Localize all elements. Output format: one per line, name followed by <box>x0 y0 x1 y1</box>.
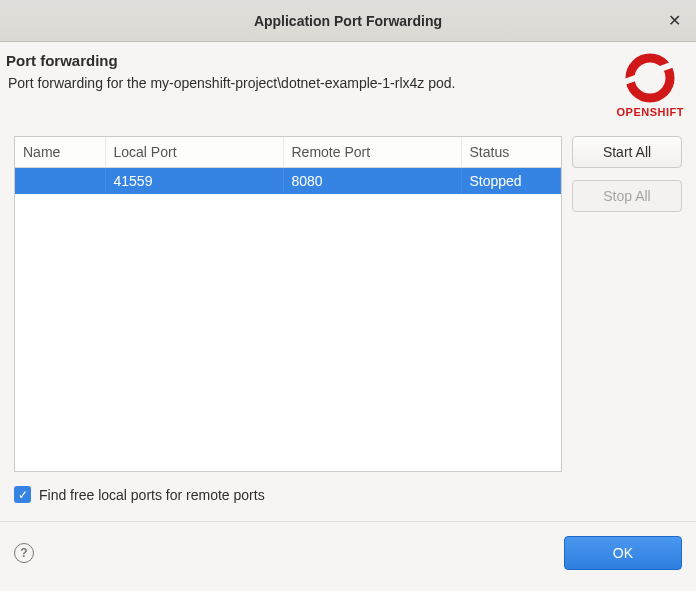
start-all-button[interactable]: Start All <box>572 136 682 168</box>
help-icon[interactable]: ? <box>14 543 34 563</box>
col-local-port[interactable]: Local Port <box>105 137 283 168</box>
col-remote-port[interactable]: Remote Port <box>283 137 461 168</box>
titlebar: Application Port Forwarding ✕ <box>0 0 696 42</box>
openshift-logo: OPENSHIFT <box>617 52 684 118</box>
table-header-row: Name Local Port Remote Port Status <box>15 137 561 168</box>
ok-button[interactable]: OK <box>564 536 682 570</box>
stop-all-button[interactable]: Stop All <box>572 180 682 212</box>
side-buttons: Start All Stop All <box>572 136 682 472</box>
col-name[interactable]: Name <box>15 137 105 168</box>
cell-local-port: 41559 <box>105 168 283 195</box>
openshift-ring-icon <box>624 52 676 104</box>
footer: ? OK <box>0 521 696 584</box>
col-status[interactable]: Status <box>461 137 561 168</box>
header-description: Port forwarding for the my-openshift-pro… <box>6 75 607 91</box>
openshift-logo-text: OPENSHIFT <box>617 106 684 118</box>
main-area: Name Local Port Remote Port Status 41559… <box>0 124 696 480</box>
checkbox-row: ✓ Find free local ports for remote ports <box>0 480 696 521</box>
header-title: Port forwarding <box>6 52 607 69</box>
cell-name <box>15 168 105 195</box>
header-text: Port forwarding Port forwarding for the … <box>6 52 607 91</box>
cell-remote-port: 8080 <box>283 168 461 195</box>
checkbox-label[interactable]: Find free local ports for remote ports <box>39 487 265 503</box>
close-icon[interactable]: ✕ <box>664 10 684 30</box>
window-title: Application Port Forwarding <box>254 13 442 29</box>
cell-status: Stopped <box>461 168 561 195</box>
port-table[interactable]: Name Local Port Remote Port Status 41559… <box>14 136 562 472</box>
table-row[interactable]: 41559 8080 Stopped <box>15 168 561 195</box>
find-free-ports-checkbox[interactable]: ✓ <box>14 486 31 503</box>
header: Port forwarding Port forwarding for the … <box>0 42 696 124</box>
